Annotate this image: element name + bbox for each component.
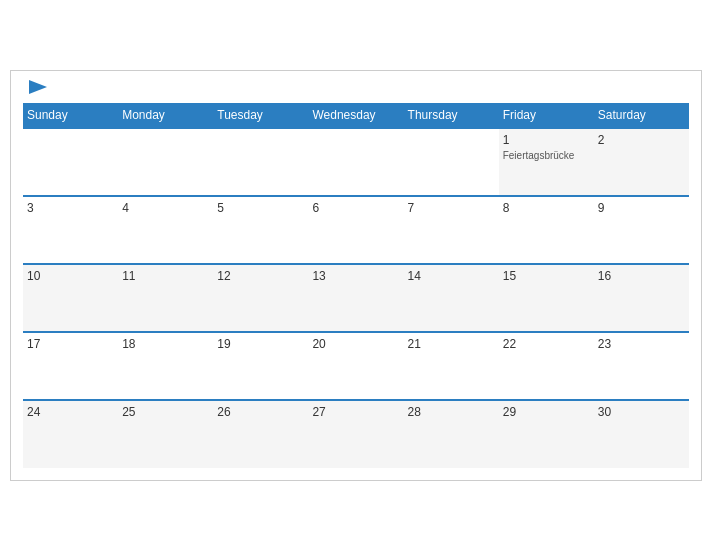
calendar-row: 17181920212223 (23, 332, 689, 400)
day-event: Feiertagsbrücke (503, 149, 590, 162)
calendar-cell: 10 (23, 264, 118, 332)
day-number: 21 (408, 337, 495, 351)
weekday-header: Tuesday (213, 103, 308, 128)
day-number: 20 (312, 337, 399, 351)
calendar-row: 1Feiertagsbrücke2 (23, 128, 689, 196)
weekday-header: Thursday (404, 103, 499, 128)
weekday-header: Monday (118, 103, 213, 128)
calendar-cell (404, 128, 499, 196)
day-number: 29 (503, 405, 590, 419)
calendar-row: 10111213141516 (23, 264, 689, 332)
calendar-cell: 4 (118, 196, 213, 264)
svg-marker-0 (29, 80, 47, 94)
calendar-cell: 22 (499, 332, 594, 400)
day-number: 17 (27, 337, 114, 351)
day-number: 2 (598, 133, 685, 147)
day-number: 26 (217, 405, 304, 419)
calendar-cell: 12 (213, 264, 308, 332)
calendar-cell: 18 (118, 332, 213, 400)
day-number: 6 (312, 201, 399, 215)
logo (27, 81, 47, 95)
day-number: 24 (27, 405, 114, 419)
calendar-header (23, 81, 689, 95)
day-number: 25 (122, 405, 209, 419)
day-number: 15 (503, 269, 590, 283)
calendar-cell (23, 128, 118, 196)
calendar-cell: 5 (213, 196, 308, 264)
day-number: 5 (217, 201, 304, 215)
weekday-header: Wednesday (308, 103, 403, 128)
day-number: 19 (217, 337, 304, 351)
weekday-header: Friday (499, 103, 594, 128)
calendar-cell: 24 (23, 400, 118, 468)
calendar-cell (308, 128, 403, 196)
calendar-cell (213, 128, 308, 196)
day-number: 3 (27, 201, 114, 215)
calendar-cell: 29 (499, 400, 594, 468)
calendar-cell: 26 (213, 400, 308, 468)
calendar-row: 24252627282930 (23, 400, 689, 468)
calendar-cell: 28 (404, 400, 499, 468)
day-number: 16 (598, 269, 685, 283)
calendar-cell: 21 (404, 332, 499, 400)
calendar-cell: 1Feiertagsbrücke (499, 128, 594, 196)
day-number: 23 (598, 337, 685, 351)
day-number: 1 (503, 133, 590, 147)
calendar-header-row: SundayMondayTuesdayWednesdayThursdayFrid… (23, 103, 689, 128)
calendar-cell: 3 (23, 196, 118, 264)
calendar-cell: 9 (594, 196, 689, 264)
calendar-cell: 25 (118, 400, 213, 468)
calendar-cell: 7 (404, 196, 499, 264)
day-number: 4 (122, 201, 209, 215)
logo-flag-icon (29, 80, 47, 94)
weekday-header: Sunday (23, 103, 118, 128)
day-number: 13 (312, 269, 399, 283)
weekday-header: Saturday (594, 103, 689, 128)
calendar-cell: 20 (308, 332, 403, 400)
calendar-cell: 30 (594, 400, 689, 468)
day-number: 28 (408, 405, 495, 419)
calendar-cell: 19 (213, 332, 308, 400)
day-number: 14 (408, 269, 495, 283)
day-number: 8 (503, 201, 590, 215)
day-number: 10 (27, 269, 114, 283)
day-number: 12 (217, 269, 304, 283)
day-number: 9 (598, 201, 685, 215)
calendar-cell: 17 (23, 332, 118, 400)
calendar-cell: 8 (499, 196, 594, 264)
calendar-cell: 27 (308, 400, 403, 468)
calendar-cell (118, 128, 213, 196)
day-number: 18 (122, 337, 209, 351)
calendar-cell: 16 (594, 264, 689, 332)
day-number: 30 (598, 405, 685, 419)
day-number: 11 (122, 269, 209, 283)
calendar-table: SundayMondayTuesdayWednesdayThursdayFrid… (23, 103, 689, 468)
calendar-cell: 11 (118, 264, 213, 332)
day-number: 22 (503, 337, 590, 351)
calendar-body: 1Feiertagsbrücke234567891011121314151617… (23, 128, 689, 468)
calendar-cell: 2 (594, 128, 689, 196)
calendar-row: 3456789 (23, 196, 689, 264)
day-number: 27 (312, 405, 399, 419)
calendar-cell: 15 (499, 264, 594, 332)
calendar: SundayMondayTuesdayWednesdayThursdayFrid… (10, 70, 702, 481)
calendar-cell: 13 (308, 264, 403, 332)
calendar-cell: 23 (594, 332, 689, 400)
calendar-cell: 6 (308, 196, 403, 264)
calendar-cell: 14 (404, 264, 499, 332)
day-number: 7 (408, 201, 495, 215)
